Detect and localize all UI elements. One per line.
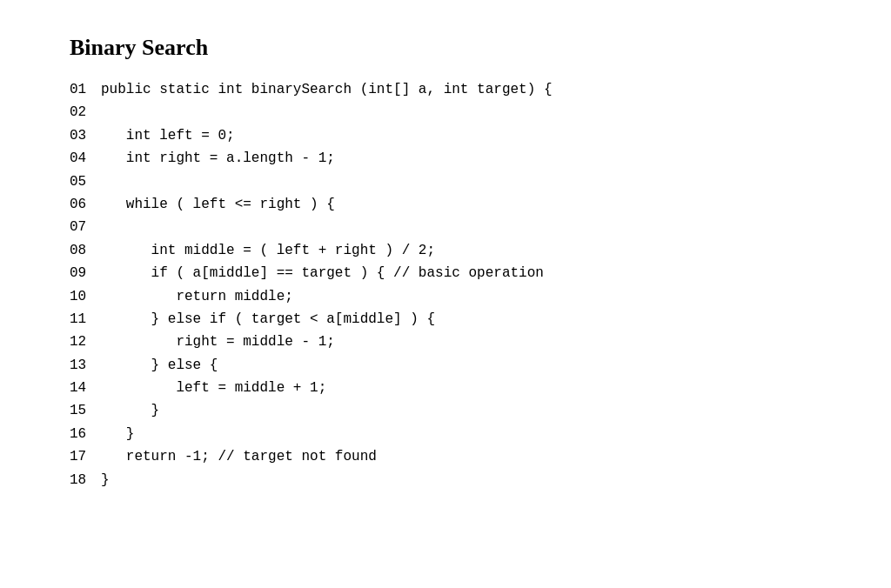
- code-line: 02: [70, 101, 821, 124]
- line-number: 16: [70, 423, 94, 445]
- line-number: 10: [70, 285, 94, 308]
- code-line: 17 return -1; // target not found: [70, 445, 821, 468]
- page-container: Binary Search 01public static int binary…: [0, 0, 891, 588]
- line-content: return middle;: [101, 285, 293, 308]
- line-number: 05: [70, 170, 94, 193]
- code-line: 09 if ( a[middle] == target ) { // basic…: [70, 262, 821, 284]
- code-block: 01public static int binarySearch (int[] …: [70, 78, 821, 491]
- line-content: int left = 0;: [101, 124, 235, 147]
- line-content: public static int binarySearch (int[] a,…: [101, 78, 552, 101]
- code-line: 16 }: [70, 423, 821, 445]
- line-number: 09: [70, 262, 94, 284]
- line-content: return -1; // target not found: [101, 445, 377, 468]
- code-line: 07: [70, 216, 821, 238]
- line-number: 18: [70, 469, 94, 491]
- code-line: 05: [70, 170, 821, 193]
- line-content: if ( a[middle] == target ) { // basic op…: [101, 262, 544, 284]
- code-line: 04 int right = a.length - 1;: [70, 147, 821, 170]
- line-content: }: [101, 423, 134, 445]
- code-line: 08 int middle = ( left + right ) / 2;: [70, 239, 821, 262]
- line-content: int right = a.length - 1;: [101, 147, 335, 170]
- line-number: 08: [70, 239, 94, 262]
- line-number: 12: [70, 331, 94, 353]
- code-line: 01public static int binarySearch (int[] …: [70, 78, 821, 101]
- code-line: 11 } else if ( target < a[middle] ) {: [70, 308, 821, 331]
- line-content: right = middle - 1;: [101, 331, 335, 353]
- code-line: 12 right = middle - 1;: [70, 331, 821, 353]
- code-line: 13 } else {: [70, 354, 821, 377]
- line-content: } else if ( target < a[middle] ) {: [101, 308, 435, 331]
- code-line: 06 while ( left <= right ) {: [70, 193, 821, 216]
- code-line: 03 int left = 0;: [70, 124, 821, 147]
- line-number: 03: [70, 124, 94, 147]
- line-number: 15: [70, 399, 94, 422]
- line-content: }: [101, 469, 110, 491]
- line-number: 07: [70, 216, 94, 238]
- line-content: }: [101, 399, 159, 422]
- line-content: } else {: [101, 354, 218, 377]
- line-number: 02: [70, 101, 94, 124]
- line-content: left = middle + 1;: [101, 377, 326, 399]
- line-number: 13: [70, 354, 94, 377]
- line-number: 04: [70, 147, 94, 170]
- line-number: 01: [70, 78, 94, 101]
- line-content: while ( left <= right ) {: [101, 193, 335, 216]
- code-line: 14 left = middle + 1;: [70, 377, 821, 399]
- line-number: 17: [70, 445, 94, 468]
- page-title: Binary Search: [70, 35, 821, 61]
- line-number: 06: [70, 193, 94, 216]
- line-content: int middle = ( left + right ) / 2;: [101, 239, 435, 262]
- code-line: 10 return middle;: [70, 285, 821, 308]
- line-number: 11: [70, 308, 94, 331]
- line-number: 14: [70, 377, 94, 399]
- code-line: 15 }: [70, 399, 821, 422]
- code-line: 18}: [70, 469, 821, 491]
